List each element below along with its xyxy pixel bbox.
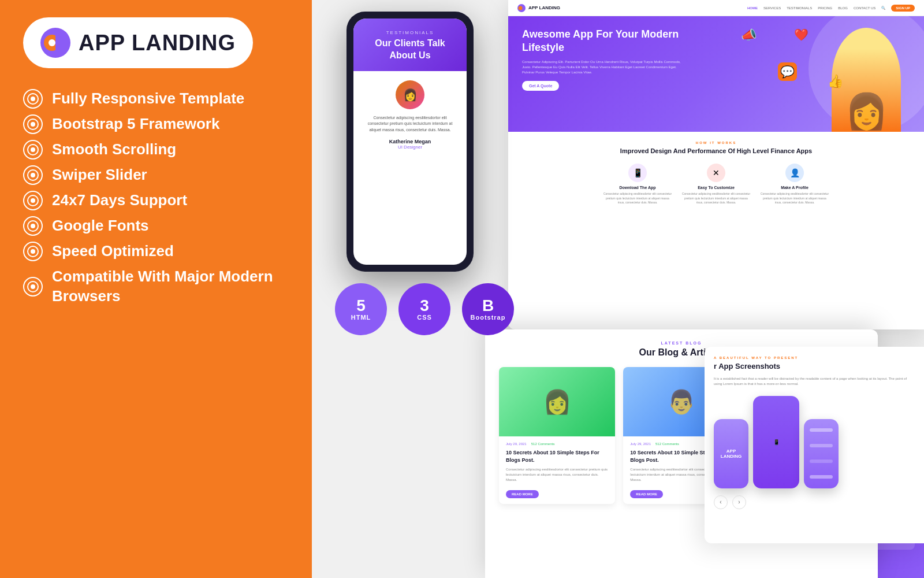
hero-cta-button[interactable]: Get A Quote [522,81,559,91]
right-panel: TESTIMONIALS Our Clients Talk About Us 👩… [312,0,924,578]
screenshots-content: A beautiful way to present r App Screens… [705,347,924,518]
phone-screen: TESTIMONIALS Our Clients Talk About Us 👩… [353,18,467,265]
nav-contact[interactable]: CONTACT US [854,6,875,10]
preview-hero: Awesome App For Your Modern Lifestyle Co… [508,16,924,132]
nav-home[interactable]: HOME [747,6,758,10]
read-more-btn-2[interactable]: READ MORE [630,490,663,498]
svg-point-2 [49,39,55,46]
screen-bar-1 [810,428,833,432]
phone-person-role: UI Designer [398,144,422,150]
phone-screen-content: 📱 [773,439,780,445]
app-screenshots-panel: A beautiful way to present r App Screens… [705,347,924,543]
html-label: HTML [351,314,371,321]
screenshots-phones: APPLANDING 📱 [714,396,915,488]
logo-icon [40,28,70,58]
website-preview-top: APP LANDING HOME SERVICES TESTIMONIALS P… [508,0,924,329]
phone-section-label: TESTIMONIALS [363,30,457,35]
nav-testimonials[interactable]: TESTIMONIALS [787,6,812,10]
preview-logo: APP LANDING [517,4,560,12]
preview-how-it-works: HOW IT WORKS Improved Design And Perform… [508,132,924,214]
screen-bar-4 [810,475,833,479]
screenshot-phone-2: 📱 [753,396,799,488]
heart-icon: ❤️ [794,28,808,42]
blog-post-text-1: Consectetur adipiscing eesliitesdortor e… [506,467,608,483]
svg-point-11 [31,147,35,152]
search-icon[interactable]: 🔍 [881,6,885,10]
blog-date-2: July 29, 2021 [630,442,651,446]
next-button[interactable]: › [732,495,746,509]
screenshots-title: r App Screenshots [714,362,915,372]
css-label: CSS [417,314,432,321]
html-symbol: 5 [356,298,366,314]
bootstrap-badge: B Bootstrap [462,283,514,335]
phone-avatar: 👩 [396,80,424,109]
avatar-image: 👩 [396,80,424,109]
svg-point-23 [31,249,35,254]
bullet-icon [23,114,43,134]
feature-scrolling: Smooth Scrolling [23,140,289,160]
phone-content: 👩 Consectetur adipiscing eesliitesdortor… [353,71,467,265]
download-icon: 📱 [628,164,647,182]
screenshots-section-label: A beautiful way to present [714,356,915,360]
bullet-icon [23,216,43,236]
feature-swiper: Swiper Slider [23,165,289,185]
screenshot-phone-3 [804,419,839,488]
speaker-icon: 📣 [741,28,757,43]
preview-logo-text: APP LANDING [528,5,560,10]
feature-download: 📱 Download The App Consectetur adipiscin… [603,164,672,205]
bullet-icon [23,165,43,185]
blog-comments-1: 512 Comments [531,442,555,446]
svg-point-20 [31,224,35,228]
feature-list: Fully Responsive Template Bootstrap 5 Fr… [23,89,289,306]
nav-services[interactable]: SERVICES [763,6,781,10]
feature-support: 24x7 Days Support [23,191,289,210]
tech-badges: 5 HTML 3 CSS B Bootstrap [335,283,514,335]
signup-button[interactable]: SIGN UP [891,5,915,12]
screenshots-nav: ‹ › [714,495,915,509]
section-label: HOW IT WORKS [522,141,910,144]
screen-bar-3 [810,460,833,463]
feature-text: Consectetur adipiscing eesliitesdortor e… [760,192,829,205]
svg-point-26 [31,284,35,289]
left-panel: APP LANDING Fully Responsive Template Bo… [0,0,312,578]
phone-title: Our Clients Talk About Us [363,38,457,62]
html-badge: 5 HTML [335,283,387,335]
blog-card-content-1: July 29, 2021 512 Comments 10 Secrets Ab… [499,436,615,504]
bootstrap-symbol: B [482,298,494,314]
svg-point-17 [31,198,35,203]
svg-point-28 [519,6,523,10]
svg-point-5 [31,97,35,101]
blog-post-title-1: 10 Secrets About 10 Simple Steps For Blo… [506,449,608,464]
hero-title: Awesome App For Your Modern Lifestyle [522,28,707,55]
feature-profile: 👤 Make A Profile Consectetur adipiscing … [760,164,829,205]
screen-bar-2 [810,444,833,447]
feature-fonts: Google Fonts [23,216,289,236]
feature-responsive: Fully Responsive Template [23,89,289,109]
blog-meta-1: July 29, 2021 512 Comments [506,442,608,446]
screenshots-text: It is a established fact that a reader w… [714,376,915,387]
svg-point-8 [31,122,35,127]
app-name: APP LANDING [79,31,236,55]
logo-container: APP LANDING [23,17,253,68]
bootstrap-label: Bootstrap [471,314,506,321]
read-more-btn-1[interactable]: READ MORE [506,490,539,498]
nav-blog[interactable]: BLOG [838,6,848,10]
blog-section-label: LATEST BLOG [499,341,864,345]
blog-person-img: 👩 [499,367,615,436]
css-symbol: 3 [420,298,429,314]
thumb-icon: 👍 [828,74,843,89]
bullet-icon [23,191,43,210]
section-title: Improved Design And Performance Of High … [522,147,910,155]
preview-nav: APP LANDING HOME SERVICES TESTIMONIALS P… [508,0,924,16]
preview-nav-items: HOME SERVICES TESTIMONIALS PRICING BLOG … [747,5,915,12]
prev-button[interactable]: ‹ [714,495,728,509]
hero-text: Consectetur Adipiscing Elit. Parturient … [522,60,684,75]
feature-title: Make A Profile [760,186,829,190]
nav-pricing[interactable]: PRICING [818,6,832,10]
features-grid: 📱 Download The App Consectetur adipiscin… [522,164,910,205]
bullet-icon [23,242,43,261]
feature-compatible: Compatible With Major Modern Browsers [23,267,289,306]
blog-date-1: July 29, 2021 [506,442,527,446]
phone-person-name: Katherine Megan [389,139,431,144]
css-badge: 3 CSS [398,283,450,335]
